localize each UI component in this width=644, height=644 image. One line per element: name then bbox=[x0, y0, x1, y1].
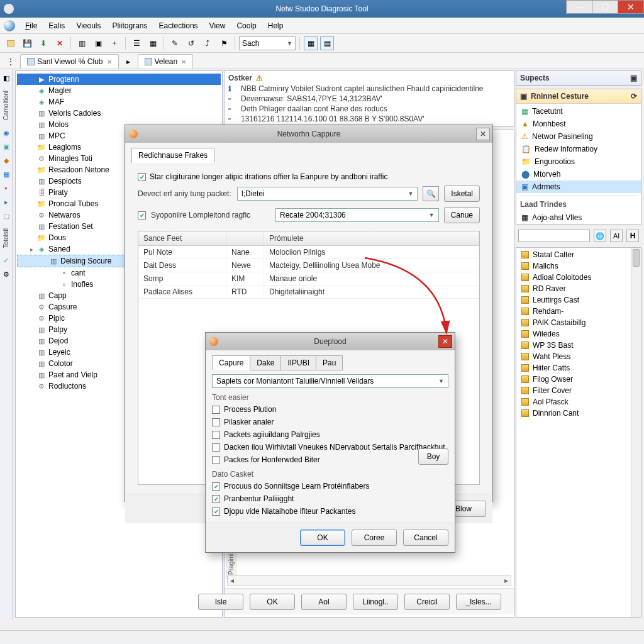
tree-item[interactable]: ◈MAF bbox=[17, 96, 221, 108]
checkbox[interactable]: ✔ bbox=[212, 482, 220, 491]
ok-button[interactable]: OK bbox=[300, 530, 345, 546]
delete-icon[interactable]: ✕ bbox=[53, 36, 67, 50]
checkbox[interactable]: ✔ bbox=[212, 508, 220, 516]
dialog-titlebar[interactable]: Networhn Cappure ✕ bbox=[125, 125, 492, 143]
panel-foot-item[interactable]: ▦ Aojo-ahsl Vlles bbox=[516, 211, 641, 224]
isketal-button[interactable]: Isketal bbox=[444, 186, 480, 202]
panel-item[interactable]: ⬤Mtorveh bbox=[516, 168, 641, 180]
isle-button[interactable]: Isle bbox=[198, 594, 243, 610]
liinogl-button[interactable]: Liinogl.. bbox=[353, 594, 398, 610]
list-item[interactable]: Wiledes bbox=[516, 328, 631, 340]
dialog-tab[interactable]: Dake bbox=[250, 355, 281, 370]
dialog-close-button[interactable]: ✕ bbox=[438, 335, 452, 348]
checkbox[interactable] bbox=[212, 418, 220, 426]
panel-item[interactable]: ▦Tacetutnt bbox=[516, 105, 641, 118]
checkbox[interactable]: ✔ bbox=[212, 495, 220, 503]
dialog-tab[interactable]: Capure bbox=[212, 355, 250, 370]
tree-item[interactable]: ▥Veloris Cadoles bbox=[17, 108, 221, 119]
search-icon[interactable]: 🔍 bbox=[423, 186, 439, 201]
run-icon[interactable]: ▣ bbox=[91, 36, 105, 50]
list-icon[interactable]: ☰ bbox=[130, 36, 143, 50]
menu-vieouls[interactable]: Vieouls bbox=[71, 19, 106, 32]
aol-button[interactable]: Aol bbox=[301, 594, 347, 610]
rail-icon[interactable]: ▪ bbox=[1, 183, 11, 193]
tool-d-icon[interactable]: ⚑ bbox=[217, 36, 231, 50]
mode-a-icon[interactable]: ▦ bbox=[304, 36, 318, 50]
close-tab-icon[interactable]: ✕ bbox=[181, 58, 186, 65]
list-item[interactable]: Hiiter Catts bbox=[516, 362, 631, 374]
coree-button[interactable]: Coree bbox=[352, 530, 397, 546]
list-item[interactable]: Leuttirgs Cast bbox=[516, 294, 631, 306]
list-item[interactable]: WP 3S Bast bbox=[516, 340, 631, 351]
dialog-tab[interactable]: IIPUBI bbox=[280, 355, 316, 370]
list-item[interactable]: Rehdam- bbox=[516, 306, 631, 317]
tab-sanl-viewol[interactable]: Sanl Viewol % Club ✕ bbox=[20, 54, 119, 69]
list-item[interactable]: Filog Owser bbox=[516, 374, 631, 385]
list-item[interactable]: Aol Pfasck bbox=[516, 396, 631, 408]
expand-icon[interactable]: ▾ bbox=[28, 76, 35, 83]
creicil-button[interactable]: Creicil bbox=[404, 594, 450, 610]
checkbox[interactable] bbox=[212, 443, 220, 452]
list-item[interactable]: Mallchs bbox=[516, 260, 631, 272]
recate-combo[interactable]: Recate 2004;31306 ▼ bbox=[275, 208, 439, 222]
menu-coolp[interactable]: Coolp bbox=[231, 19, 261, 32]
tree-item[interactable]: ◈Magler bbox=[17, 85, 221, 96]
mode-b-icon[interactable]: ▤ bbox=[320, 36, 334, 50]
isles-button[interactable]: _Isles... bbox=[456, 594, 501, 610]
checkbox[interactable] bbox=[212, 456, 220, 464]
dialog-titlebar[interactable]: Dueplood ✕ bbox=[206, 333, 455, 350]
menu-eactections[interactable]: Eactections bbox=[154, 19, 203, 32]
menu-pliitograns[interactable]: Pliitograns bbox=[108, 19, 153, 32]
mode-h-button[interactable]: H bbox=[626, 230, 639, 242]
filter-combo[interactable] bbox=[518, 230, 590, 242]
menu-view[interactable]: View bbox=[204, 19, 231, 32]
panel-item[interactable]: 📁Engurootios bbox=[516, 155, 641, 168]
boy-button[interactable]: Boy bbox=[418, 448, 448, 465]
layout-icon[interactable]: ▥ bbox=[75, 36, 89, 50]
list-item[interactable]: Dinnrion Cant bbox=[516, 408, 631, 419]
list-item[interactable]: Statal Calter bbox=[516, 249, 631, 260]
dialog-tab[interactable]: Redichnause Frakes bbox=[131, 148, 214, 163]
app-orb-icon[interactable] bbox=[4, 20, 15, 31]
tool-b-icon[interactable]: ↺ bbox=[184, 36, 198, 50]
checkbox[interactable]: ✔ bbox=[138, 173, 146, 181]
search-combo[interactable]: Sach ▼ bbox=[239, 36, 296, 50]
save-icon[interactable]: 💾 bbox=[20, 36, 34, 50]
checkbox[interactable] bbox=[212, 431, 220, 439]
add-icon[interactable]: ＋ bbox=[108, 36, 121, 50]
menu-help[interactable]: Help bbox=[263, 19, 289, 32]
tree-item[interactable]: ▾▶Progtenn bbox=[17, 74, 221, 85]
close-button[interactable]: ✕ bbox=[618, 0, 644, 14]
rail-icon[interactable]: ✓ bbox=[1, 255, 11, 265]
mode-al-button[interactable]: Al bbox=[610, 230, 623, 242]
menu-file[interactable]: File bbox=[20, 19, 42, 32]
open-icon[interactable] bbox=[4, 36, 18, 50]
panel-item[interactable]: ⚠Networ Pasineling bbox=[516, 130, 641, 143]
list-item[interactable]: PAlK Castaibillg bbox=[516, 317, 631, 328]
table-row[interactable]: Dait DessNeweMacteigy, Delliinoling Usea… bbox=[138, 259, 479, 272]
minimize-button[interactable]: — bbox=[566, 0, 592, 14]
expand-icon[interactable]: ▸ bbox=[28, 246, 35, 253]
list-item[interactable]: RD Raver bbox=[516, 283, 631, 294]
tabs-menu-icon[interactable]: ⋮ bbox=[4, 55, 18, 69]
packet-combo[interactable]: l;Dietei ▼ bbox=[237, 187, 418, 201]
rail-icon[interactable]: ◧ bbox=[1, 73, 11, 83]
rail-icon[interactable]: ▸ bbox=[1, 197, 11, 207]
tool-a-icon[interactable]: ✎ bbox=[168, 36, 182, 50]
horizontal-scrollbar[interactable]: ◂▸ bbox=[227, 575, 511, 586]
table-row[interactable]: Padlace AlisesRTDDhigitetaliinaight bbox=[138, 286, 479, 299]
rail-icon[interactable]: ⚙ bbox=[1, 269, 11, 279]
globe-icon[interactable]: 🌐 bbox=[594, 230, 606, 242]
checkbox[interactable]: ✔ bbox=[138, 211, 146, 219]
menu-ealis[interactable]: Ealis bbox=[43, 19, 70, 32]
col-header[interactable]: Prómulete bbox=[264, 231, 479, 245]
list-item[interactable]: Waht Pless bbox=[516, 351, 631, 362]
rail-icon[interactable]: ◆ bbox=[1, 155, 11, 165]
maximize-button[interactable]: ☐ bbox=[592, 0, 618, 14]
panel-item[interactable]: ▣Adrmets bbox=[516, 180, 641, 193]
grid-icon[interactable]: ▦ bbox=[146, 36, 160, 50]
ok-button[interactable]: OK bbox=[250, 594, 295, 610]
cancel-button[interactable]: Cancel bbox=[403, 530, 448, 546]
tool-c-icon[interactable]: ⤴ bbox=[201, 36, 214, 50]
panel-item[interactable]: ▲Monhbest bbox=[516, 118, 641, 130]
